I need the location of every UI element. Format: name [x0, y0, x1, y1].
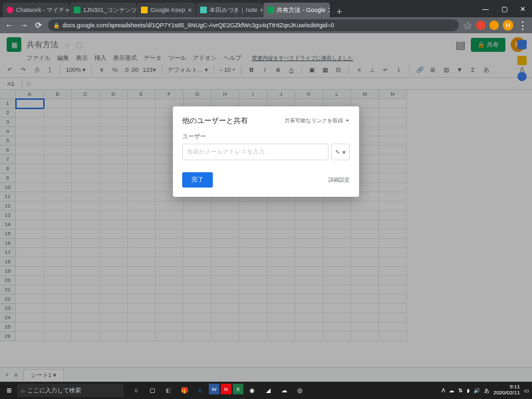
extension-icon[interactable]	[476, 21, 485, 30]
lock-icon: 🔒	[53, 23, 60, 29]
extension-icon[interactable]	[489, 21, 499, 30]
browser-tab[interactable]: 本田みづき｜note×	[196, 3, 263, 17]
browser-tab[interactable]: Chatwork - マイチャット×	[3, 3, 69, 17]
dialog-title: 他のユーザーと共有	[182, 116, 248, 126]
ime-indicator[interactable]: あ	[484, 387, 489, 394]
browser-tab-bar: Chatwork - マイチャット× 1JN301_コンテンツシート（ツール…×…	[0, 0, 532, 17]
browser-tab[interactable]: Google Keep×	[137, 3, 196, 17]
maximize-button[interactable]: ▢	[495, 0, 513, 17]
taskbar-app-icon[interactable]: ◎	[293, 384, 307, 397]
permission-dropdown[interactable]: ✎ ▾	[331, 144, 350, 160]
advanced-link[interactable]: 詳細設定	[329, 176, 350, 184]
tray-chevron-icon[interactable]: ᐱ	[442, 388, 445, 394]
modal-scrim[interactable]: 他のユーザーと共有 共有可能なリンクを取得⚭ ユーザー 名前かメールアドレスを入…	[0, 33, 532, 382]
edge-icon[interactable]: e	[193, 384, 207, 397]
get-link-button[interactable]: 共有可能なリンクを取得⚭	[285, 117, 350, 124]
taskbar-app-icon[interactable]: ◧	[161, 384, 176, 397]
share-email-input[interactable]: 名前かメールアドレスを入力…	[182, 144, 329, 160]
minimize-button[interactable]: —	[476, 0, 495, 17]
address-bar: ← → ⟳ 🔒docs.google.com/spreadsheets/d/1Q…	[0, 17, 532, 33]
network-icon[interactable]: ⇅	[458, 388, 463, 394]
browser-tab-active[interactable]: 共有方法 - Google スプレッドシ…×	[263, 3, 330, 17]
taskbar-app-icon[interactable]: N	[221, 384, 231, 394]
notifications-icon[interactable]: ▭	[524, 388, 529, 394]
close-icon[interactable]: ×	[257, 7, 263, 14]
windows-taskbar: ⊞ ⌕ここに入力して検索 ○ ▢ ◧ 🎁 e W N X ◉ ◢ ☁ ◎ ᐱ ☁…	[0, 382, 532, 399]
forward-button[interactable]: →	[19, 21, 29, 30]
taskbar-app-icon[interactable]: ☁	[277, 384, 291, 397]
search-icon: ⌕	[21, 387, 25, 394]
bookmark-icon[interactable]: ☆	[463, 19, 472, 32]
word-icon[interactable]: W	[209, 384, 219, 394]
profile-avatar[interactable]: M	[503, 20, 513, 31]
task-view-icon[interactable]: ▢	[145, 384, 160, 397]
taskbar-app-icon[interactable]: ◢	[261, 384, 275, 397]
clock[interactable]: 9:112020/02/11	[493, 384, 520, 396]
url-input[interactable]: 🔒docs.google.com/spreadsheets/d/1QP7Y1s8…	[48, 19, 459, 31]
menu-icon[interactable]: ⋮	[517, 19, 528, 32]
close-icon[interactable]: ×	[186, 7, 192, 14]
chrome-icon[interactable]: ◉	[245, 384, 259, 397]
link-icon: ⚭	[345, 118, 350, 124]
cortana-icon[interactable]: ○	[129, 384, 144, 397]
users-label: ユーザー	[182, 132, 350, 141]
reload-button[interactable]: ⟳	[33, 21, 44, 30]
wifi-icon[interactable]: ◗	[467, 388, 469, 394]
taskbar-search[interactable]: ⌕ここに入力して検索	[17, 384, 124, 397]
new-tab-button[interactable]: +	[333, 5, 345, 17]
close-window-button[interactable]: ✕	[513, 0, 532, 17]
taskbar-app-icon[interactable]: 🎁	[177, 384, 192, 397]
done-button[interactable]: 完了	[182, 172, 213, 188]
excel-icon[interactable]: X	[233, 384, 243, 394]
back-button[interactable]: ←	[4, 21, 15, 30]
share-dialog: 他のユーザーと共有 共有可能なリンクを取得⚭ ユーザー 名前かメールアドレスを入…	[173, 106, 359, 197]
volume-icon[interactable]: 🔊	[473, 388, 480, 394]
onedrive-icon[interactable]: ☁	[449, 388, 454, 394]
browser-tab[interactable]: 1JN301_コンテンツシート（ツール…×	[70, 3, 136, 17]
start-button[interactable]: ⊞	[3, 384, 16, 397]
